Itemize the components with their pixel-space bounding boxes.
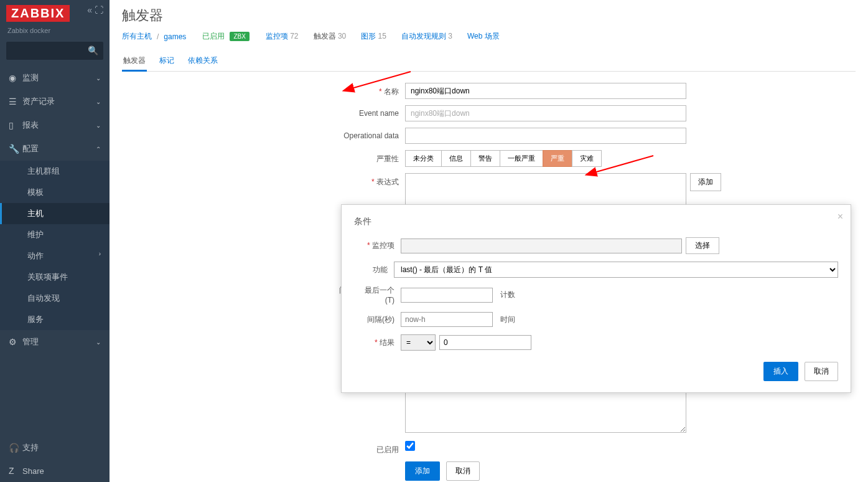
result-op-select[interactable]: = [401, 334, 436, 351]
tab-trigger[interactable]: 触发器 [122, 52, 147, 72]
label-enabled: 已启用 [122, 441, 405, 455]
config-subnav: 主机群组 模板 主机 维护 动作› 关联项事件 自动发现 服务 [0, 161, 110, 330]
stat-count: 15 [378, 32, 386, 40]
bc-enabled: 已启用 [202, 31, 225, 42]
page-title: 触发器 [122, 6, 856, 25]
label-name: * 名称 [122, 83, 405, 97]
nav-reports[interactable]: ▯报表⌄ [0, 113, 110, 137]
chart-icon: ▯ [9, 120, 22, 130]
stat-link[interactable]: 图形 [361, 32, 376, 40]
chevron-down-icon: ⌄ [96, 98, 101, 105]
stat-items[interactable]: 监控项 72 [266, 31, 299, 42]
enabled-checkbox[interactable] [405, 441, 415, 451]
nav-share[interactable]: ZShare [0, 460, 110, 482]
nav-label: 管理 [22, 336, 39, 347]
chevron-up-icon: ⌃ [96, 146, 101, 153]
share-icon: Z [9, 466, 22, 476]
sub-hosts[interactable]: 主机 [0, 203, 110, 224]
stat-link[interactable]: 自动发现规则 [401, 32, 446, 40]
event-name-input[interactable] [405, 105, 686, 121]
list-icon: ☰ [9, 97, 22, 106]
label-expression: * 表达式 [122, 173, 405, 187]
sidebar-collapse-icons[interactable]: « ⛶ [87, 5, 103, 15]
severity-group: 未分类 信息 警告 一般严重 严重 灾难 [405, 150, 602, 167]
sub-discovery[interactable]: 自动发现 [0, 288, 110, 309]
zbx-badge: ZBX [230, 32, 249, 41]
opdata-input[interactable] [405, 128, 686, 144]
sub-hostgroups[interactable]: 主机群组 [0, 161, 110, 182]
modal-label-func: 功能 [354, 265, 394, 275]
bc-all-hosts[interactable]: 所有主机 [122, 31, 152, 42]
sev-warning[interactable]: 警告 [470, 150, 500, 167]
stat-link[interactable]: 监控项 [266, 32, 288, 40]
search-icon[interactable]: 🔍 [88, 45, 98, 55]
stat-graphs[interactable]: 图形 15 [361, 31, 386, 42]
chevron-down-icon: ⌄ [96, 339, 101, 346]
tab-deps[interactable]: 依赖关系 [187, 52, 219, 71]
submit-button[interactable]: 添加 [405, 461, 440, 481]
sev-notclassified[interactable]: 未分类 [405, 150, 442, 167]
stat-discovery[interactable]: 自动发现规则 3 [401, 31, 452, 42]
nav-monitoring[interactable]: ◉监测⌄ [0, 66, 110, 90]
label-empty2 [122, 461, 405, 465]
bc-sep: / [157, 32, 159, 41]
sidebar-search: 🔍 [6, 42, 103, 60]
sub-maintenance[interactable]: 维护 [0, 224, 110, 245]
gear-icon: ⚙ [9, 337, 22, 347]
sev-high[interactable]: 严重 [543, 150, 572, 167]
nav-inventory[interactable]: ☰资产记录⌄ [0, 90, 110, 113]
modal-label-result: * 结果 [354, 338, 401, 348]
sidebar-subtitle: Zabbix docker [0, 27, 110, 39]
tab-tags[interactable]: 标记 [158, 52, 175, 71]
nav-support[interactable]: 🎧支持 [0, 436, 110, 460]
item-input[interactable] [401, 239, 682, 253]
condition-modal: × 条件 * 监控项 选择 功能 last() - 最后（最近）的 T 值 最后… [341, 204, 851, 393]
cancel-button[interactable]: 取消 [446, 461, 480, 481]
sidebar-header: ZABBIX « ⛶ [0, 0, 110, 27]
modal-label-interval: 间隔(秒) [354, 314, 401, 325]
stat-link[interactable]: Web 场景 [467, 32, 500, 40]
modal-cancel-button[interactable]: 取消 [805, 362, 838, 381]
sub-actions[interactable]: 动作› [0, 245, 110, 267]
label-opdata: Operational data [122, 128, 405, 140]
func-select[interactable]: last() - 最后（最近）的 T 值 [394, 262, 838, 278]
select-item-button[interactable]: 选择 [686, 237, 719, 254]
sub-templates[interactable]: 模板 [0, 182, 110, 203]
stat-triggers: 触发器 30 [314, 31, 347, 42]
sev-info[interactable]: 信息 [441, 150, 471, 167]
stat-count: 3 [448, 32, 452, 40]
insert-button[interactable]: 插入 [763, 362, 798, 381]
add-expression-button[interactable]: 添加 [690, 173, 721, 191]
sub-correlation[interactable]: 关联项事件 [0, 267, 110, 288]
nav-label: 配置 [22, 143, 39, 154]
sev-disaster[interactable]: 灾难 [572, 150, 602, 167]
interval-input[interactable] [401, 312, 493, 327]
label-severity: 严重性 [122, 150, 405, 164]
wrench-icon: 🔧 [9, 144, 22, 154]
tabs: 触发器 标记 依赖关系 [122, 52, 856, 72]
stat-label: 触发器 [314, 32, 336, 40]
stat-web[interactable]: Web 场景 [467, 31, 500, 42]
modal-label-lastt: 最后一个 (T) [354, 285, 401, 305]
nav-label: 支持 [22, 442, 39, 453]
sidebar-bottom: 🎧支持 ZShare [0, 436, 110, 482]
logo[interactable]: ZABBIX [6, 5, 70, 22]
sub-label: 动作 [27, 251, 44, 260]
stat-count: 72 [290, 32, 298, 40]
nav-label: 资产记录 [22, 96, 55, 107]
bc-host[interactable]: games [164, 32, 186, 41]
nav-config[interactable]: 🔧配置⌃ [0, 137, 110, 161]
nav: ◉监测⌄ ☰资产记录⌄ ▯报表⌄ 🔧配置⌃ 主机群组 模板 主机 维护 动作› … [0, 66, 110, 436]
sub-services[interactable]: 服务 [0, 309, 110, 330]
sev-average[interactable]: 一般严重 [500, 150, 543, 167]
result-value-input[interactable] [439, 335, 531, 350]
chevron-down-icon: ⌄ [96, 122, 101, 129]
nav-admin[interactable]: ⚙管理⌄ [0, 330, 110, 354]
lastt-input[interactable] [401, 288, 493, 303]
modal-label-item: * 监控项 [354, 240, 401, 251]
nav-label: 报表 [22, 120, 39, 131]
name-input[interactable] [405, 83, 686, 99]
nav-label: Share [22, 466, 44, 476]
sidebar: ZABBIX « ⛶ Zabbix docker 🔍 ◉监测⌄ ☰资产记录⌄ ▯… [0, 0, 110, 482]
close-icon[interactable]: × [838, 211, 843, 222]
